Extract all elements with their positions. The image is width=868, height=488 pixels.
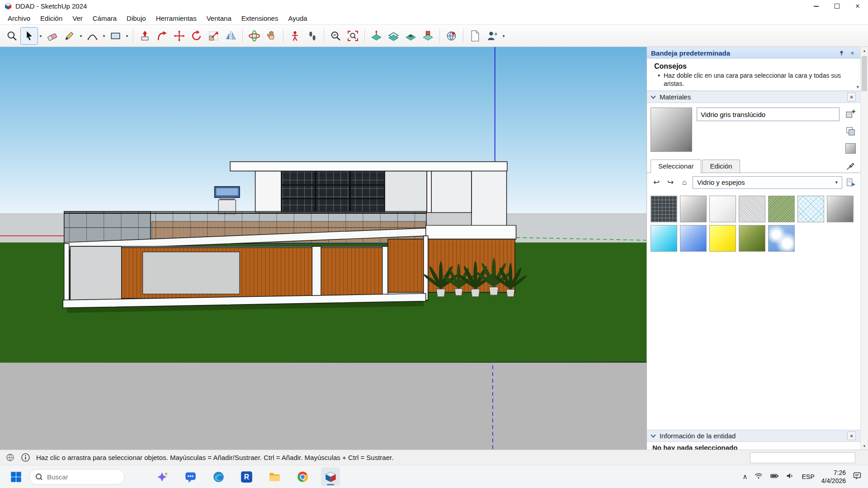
material-swatch[interactable]	[768, 225, 795, 252]
share-model-tool[interactable]	[484, 28, 500, 44]
collection-dropdown[interactable]: Vidrio y espejos ▾	[693, 176, 842, 189]
display-section-planes-tool[interactable]	[385, 28, 402, 44]
walk-tool[interactable]	[304, 28, 321, 44]
taskbar-app-sketchup[interactable]	[321, 467, 340, 486]
material-swatch[interactable]	[680, 225, 707, 252]
display-section-fill-tool[interactable]	[420, 28, 436, 44]
material-swatch[interactable]	[768, 196, 795, 222]
scrollbar-thumb[interactable]	[862, 56, 867, 91]
battery-button[interactable]	[770, 471, 779, 482]
select-tool-dropdown[interactable]: ▾	[38, 33, 43, 38]
default-material-button[interactable]	[845, 143, 856, 154]
material-swatch[interactable]	[651, 225, 677, 252]
tray-header[interactable]: Bandeja predeterminada ×	[647, 47, 860, 59]
tray-close-button[interactable]: ×	[849, 49, 856, 57]
eraser-tool[interactable]	[44, 28, 61, 44]
tips-scroll-down[interactable]: ▾	[856, 84, 859, 90]
menu-edicion[interactable]: Edición	[35, 13, 67, 23]
tray-scrollbar[interactable]: ▴ ▾	[860, 47, 868, 450]
minimize-button[interactable]	[806, 0, 826, 12]
material-swatch[interactable]	[651, 196, 677, 222]
close-button[interactable]: ×	[847, 0, 868, 12]
followme-tool[interactable]	[154, 28, 170, 44]
secondary-pane-button[interactable]	[845, 126, 856, 137]
measurements-box[interactable]	[750, 452, 855, 463]
share-model-dropdown[interactable]: ▾	[501, 33, 506, 38]
taskbar-search[interactable]	[29, 469, 125, 485]
back-button[interactable]: ↩	[651, 177, 662, 188]
move-tool[interactable]	[171, 28, 188, 44]
menu-extensiones[interactable]: Extensiones	[236, 13, 283, 23]
instructor-button[interactable]	[21, 453, 30, 462]
position-camera-tool[interactable]	[287, 28, 303, 44]
material-swatch[interactable]	[797, 196, 824, 222]
shapes-tool-dropdown[interactable]: ▾	[124, 33, 130, 38]
materials-close-button[interactable]: ×	[847, 93, 856, 101]
zoom-extents-tool[interactable]	[344, 28, 361, 44]
forward-button[interactable]: ↪	[665, 177, 676, 188]
menu-camara[interactable]: Cámara	[88, 13, 122, 23]
menu-archivo[interactable]: Archivo	[3, 13, 35, 23]
volume-button[interactable]	[786, 471, 795, 482]
line-tool-dropdown[interactable]: ▾	[78, 33, 84, 38]
display-section-cuts-tool[interactable]	[402, 28, 419, 44]
taskbar-app-copilot[interactable]	[153, 467, 172, 486]
material-swatch[interactable]	[709, 225, 736, 252]
new-file-tool[interactable]	[467, 28, 483, 44]
entity-info-close-button[interactable]: ×	[847, 432, 856, 440]
menu-herramientas[interactable]: Herramientas	[151, 13, 202, 23]
sample-paint-button[interactable]	[844, 160, 857, 173]
notifications-button[interactable]	[853, 471, 862, 482]
search-tool[interactable]	[4, 28, 20, 44]
menu-ventana[interactable]: Ventana	[202, 13, 236, 23]
materials-section-header[interactable]: Materiales ×	[647, 91, 860, 103]
home-button[interactable]: ⌂	[679, 177, 690, 188]
rotate-tool[interactable]	[188, 28, 205, 44]
taskbar-app-revit[interactable]: R	[237, 467, 256, 486]
3d-viewport[interactable]	[0, 47, 646, 450]
taskbar-app-chat[interactable]	[181, 467, 200, 486]
preview-resize-grip[interactable]	[688, 147, 691, 151]
search-input[interactable]	[47, 473, 110, 481]
maximize-button[interactable]	[826, 0, 847, 12]
shapes-tool[interactable]	[107, 28, 124, 44]
hidden-icons-chevron[interactable]: ∧	[743, 473, 748, 481]
arc-tool-dropdown[interactable]: ▾	[101, 33, 107, 38]
taskbar-app-file-explorer[interactable]	[265, 467, 284, 486]
tab-edicion[interactable]: Edición	[702, 160, 740, 173]
geolocation-button[interactable]	[5, 453, 15, 462]
menu-dibujo[interactable]: Dibujo	[122, 13, 151, 23]
select-tool[interactable]	[21, 28, 38, 44]
flip-tool[interactable]	[222, 28, 239, 44]
taskbar-app-chrome[interactable]	[293, 467, 312, 486]
scroll-up-arrow[interactable]: ▴	[861, 47, 868, 54]
start-button[interactable]	[6, 467, 25, 486]
add-location-tool[interactable]	[443, 28, 460, 44]
scale-tool[interactable]	[205, 28, 222, 44]
arc-tool[interactable]	[84, 28, 101, 44]
collection-details-button[interactable]	[844, 176, 857, 188]
network-button[interactable]	[754, 471, 763, 482]
material-swatch[interactable]	[680, 196, 707, 222]
tab-seleccionar[interactable]: Seleccionar	[651, 160, 701, 173]
material-swatch[interactable]	[827, 196, 854, 222]
material-name-input[interactable]	[697, 108, 840, 121]
entity-info-section-header[interactable]: Información de la entidad ×	[647, 430, 860, 442]
create-material-button[interactable]	[845, 108, 856, 120]
material-swatch[interactable]	[709, 196, 736, 222]
material-swatch[interactable]	[739, 225, 765, 252]
material-swatch[interactable]	[739, 196, 765, 222]
pushpull-tool[interactable]	[137, 28, 153, 44]
line-tool[interactable]	[61, 28, 78, 44]
taskbar-clock[interactable]: 7:26 4/4/2026	[821, 469, 846, 485]
tray-pin-button[interactable]	[838, 49, 845, 57]
scroll-down-arrow[interactable]: ▾	[861, 442, 868, 450]
orbit-tool[interactable]	[246, 28, 263, 44]
menu-ver[interactable]: Ver	[67, 13, 88, 23]
section-plane-tool[interactable]	[368, 28, 385, 44]
pan-tool[interactable]	[263, 28, 280, 44]
menu-ayuda[interactable]: Ayuda	[283, 13, 312, 23]
active-material-preview[interactable]	[651, 108, 692, 152]
zoom-tool[interactable]	[327, 28, 344, 44]
taskbar-app-edge[interactable]	[209, 467, 228, 486]
